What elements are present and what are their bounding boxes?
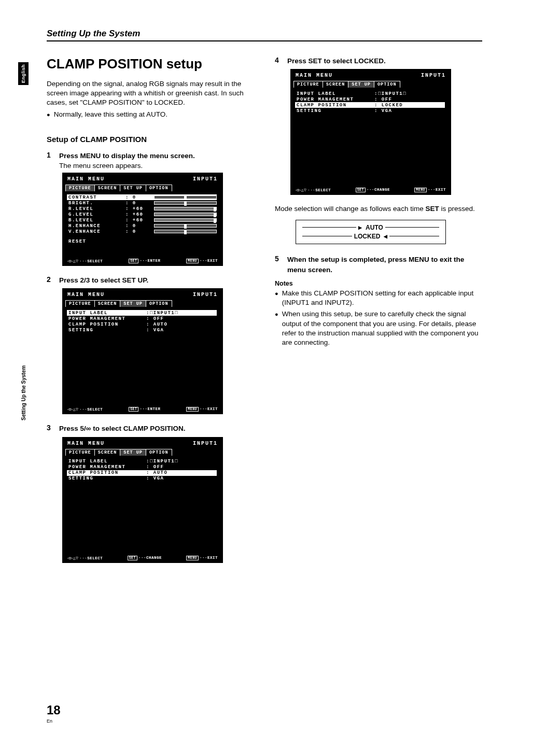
mode-lead: Mode selection will change as follows ea… xyxy=(275,204,482,214)
nav-icon: ◁▷△▽ xyxy=(67,556,78,560)
osd-tab-screen: SCREEN xyxy=(94,185,121,191)
step-sub: The menu screen appears. xyxy=(59,162,195,170)
step-num: 3 xyxy=(47,424,53,433)
step-4: 4 Press SET to select LOCKED. xyxy=(275,56,482,66)
osd-input: INPUT1 xyxy=(193,176,218,182)
slider xyxy=(154,218,217,222)
note-1: ● Make this CLAMP POSITION setting for e… xyxy=(275,289,482,307)
step-2: 2 Press 2/3 to select SET UP. xyxy=(47,275,254,285)
osd-picture-screen: MAIN MENU INPUT1 PICTURE SCREEN SET UP O… xyxy=(62,173,223,266)
bullet-icon: ● xyxy=(275,309,278,347)
right-column: 4 Press SET to select LOCKED. MAIN MENU … xyxy=(275,56,482,572)
step-title: When the setup is completed, press MENU … xyxy=(287,256,464,273)
step-title: Press 2/3 to select SET UP. xyxy=(59,276,148,284)
bullet-icon: ● xyxy=(47,110,50,119)
step-num: 1 xyxy=(47,151,53,170)
slider xyxy=(154,201,217,205)
nav-icon: ◁▷△▽ xyxy=(67,259,78,263)
nav-icon: ◁▷△▽ xyxy=(296,188,306,192)
osd-setup-clamp-locked: MAIN MENU INPUT1 PICTURE SCREEN SET UP O… xyxy=(290,69,451,195)
page-content: Setting Up the System CLAMP POSITION set… xyxy=(16,29,482,572)
osd-title: MAIN MENU xyxy=(67,176,105,182)
mode-locked: LOCKED xyxy=(354,232,381,241)
mode-cycle-box: AUTO LOCKED xyxy=(296,220,446,244)
notes-heading: Notes xyxy=(275,280,482,287)
slider xyxy=(154,207,217,210)
slider xyxy=(154,195,217,199)
step-num: 5 xyxy=(275,255,281,274)
subsection-heading: Setup of CLAMP POSITION xyxy=(47,135,254,144)
step-3: 3 Press 5/∞ to select CLAMP POSITION. xyxy=(47,424,254,433)
header-title: Setting Up the System xyxy=(47,29,482,39)
step-num: 2 xyxy=(47,275,53,285)
step-title: Press MENU to display the menu screen. xyxy=(59,152,195,160)
mode-auto: AUTO xyxy=(366,223,383,232)
osd-setup-inputlabel: MAIN MENU INPUT1 PICTURE SCREEN SET UP O… xyxy=(62,288,223,414)
nav-icon: ◁▷△▽ xyxy=(67,407,78,412)
osd-tab-picture: PICTURE xyxy=(65,185,95,191)
left-column: CLAMP POSITION setup Depending on the si… xyxy=(47,56,254,572)
intro-bullet-text: Normally, leave this setting at AUTO. xyxy=(54,110,167,119)
intro-bullet: ● Normally, leave this setting at AUTO. xyxy=(47,110,254,119)
intro-text: Depending on the signal, analog RGB sign… xyxy=(47,79,254,108)
step-1: 1 Press MENU to display the menu screen.… xyxy=(47,151,254,170)
page-number: 18 En xyxy=(47,703,61,724)
step-title: Press 5/∞ to select CLAMP POSITION. xyxy=(59,425,185,432)
slider xyxy=(154,230,217,233)
step-title: Press SET to select LOCKED. xyxy=(287,57,386,65)
step-5: 5 When the setup is completed, press MEN… xyxy=(275,255,482,274)
header-bar: Setting Up the System xyxy=(47,29,482,41)
osd-setup-clamp-auto: MAIN MENU INPUT1 PICTURE SCREEN SET UP O… xyxy=(62,437,223,563)
slider xyxy=(154,224,217,228)
note-2: ● When using this setup, be sure to care… xyxy=(275,309,482,347)
slider xyxy=(154,213,217,216)
page-lang: En xyxy=(47,718,61,724)
osd-tab-setup: SET UP xyxy=(120,185,146,191)
step-num: 4 xyxy=(275,56,281,66)
section-heading: CLAMP POSITION setup xyxy=(47,56,254,72)
bullet-icon: ● xyxy=(275,289,278,307)
osd-tab-option: OPTION xyxy=(146,185,172,191)
